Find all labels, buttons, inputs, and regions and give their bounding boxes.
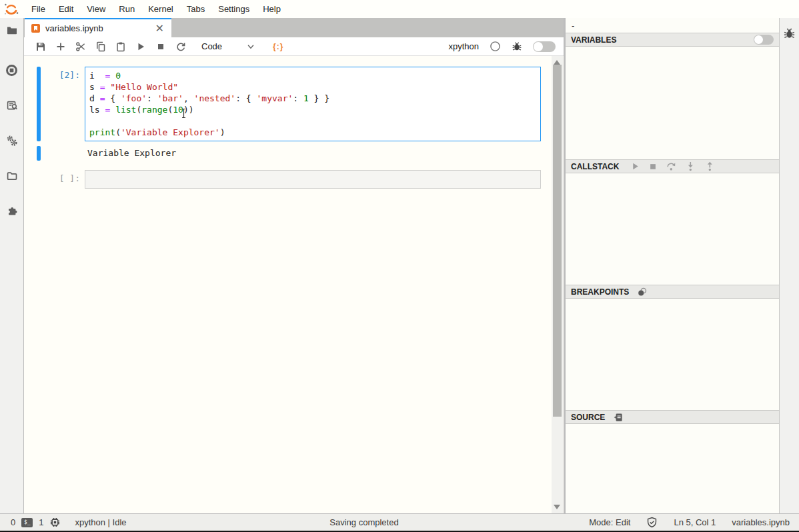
shield-check-icon[interactable] bbox=[646, 517, 658, 528]
callstack-body bbox=[566, 173, 779, 285]
source-section-header[interactable]: SOURCE bbox=[566, 410, 779, 424]
sidebar-item-open-tabs[interactable] bbox=[0, 168, 24, 184]
jupyter-logo-icon bbox=[3, 1, 19, 17]
scissors-icon bbox=[75, 41, 86, 52]
tab-title: variables.ipynb bbox=[45, 23, 103, 33]
step-out-button[interactable] bbox=[705, 161, 715, 171]
cell-editor[interactable]: i = 0s = "Hello World"d = { 'foo': 'bar'… bbox=[85, 67, 541, 141]
restart-kernel-button[interactable] bbox=[171, 39, 191, 55]
menu-help[interactable]: Help bbox=[256, 0, 287, 18]
chevron-down-icon[interactable] bbox=[246, 42, 255, 51]
sidebar-item-extension-manager[interactable] bbox=[0, 203, 24, 219]
run-icon bbox=[135, 41, 146, 52]
save-button[interactable] bbox=[31, 39, 51, 55]
terminal-icon[interactable]: $_ bbox=[21, 518, 33, 527]
toggle-knob bbox=[754, 35, 763, 44]
debugger-toggle[interactable] bbox=[533, 41, 556, 52]
code-cell: [2]: i = 0s = "Hello World"d = { 'foo': … bbox=[24, 67, 564, 141]
gears-icon bbox=[6, 135, 18, 147]
sidebar-item-debugger[interactable] bbox=[783, 27, 796, 40]
step-over-button[interactable] bbox=[666, 161, 676, 171]
mode-indicator[interactable]: Mode: Edit bbox=[589, 517, 630, 527]
interrupt-kernel-button[interactable] bbox=[151, 39, 171, 55]
bug-icon bbox=[783, 27, 796, 40]
plus-icon bbox=[55, 41, 66, 52]
menu-edit[interactable]: Edit bbox=[52, 0, 80, 18]
statusbar-right: Mode: Edit Ln 5, Col 1 variables.ipynb bbox=[589, 514, 790, 531]
tab-variables-ipynb[interactable]: variables.ipynb ✕ bbox=[25, 18, 171, 37]
paste-cell-button[interactable] bbox=[111, 39, 131, 55]
scroll-up-arrow-icon[interactable] bbox=[554, 60, 560, 65]
step-out-icon bbox=[705, 161, 715, 171]
cell-editor-empty[interactable] bbox=[85, 170, 541, 189]
run-cell-button[interactable] bbox=[131, 39, 151, 55]
terminate-icon bbox=[649, 163, 657, 171]
scroll-down-arrow-icon[interactable] bbox=[554, 505, 560, 509]
terminals-count[interactable]: 0 bbox=[11, 517, 15, 527]
save-icon bbox=[35, 41, 46, 52]
menu-tabs[interactable]: Tabs bbox=[180, 0, 211, 18]
menu-file[interactable]: File bbox=[25, 0, 52, 18]
folder-icon bbox=[6, 24, 18, 36]
close-all-breakpoints-icon bbox=[637, 287, 648, 297]
menubar: File Edit View Run Kernel Tabs Settings … bbox=[0, 0, 799, 18]
menu-settings[interactable]: Settings bbox=[211, 0, 256, 18]
step-in-button[interactable] bbox=[686, 161, 696, 171]
step-in-icon bbox=[686, 161, 696, 171]
notebook-toolbar: Code {:} xpython bbox=[24, 37, 564, 56]
kernel-name[interactable]: xpython bbox=[448, 41, 479, 51]
sidebar-item-file-browser[interactable] bbox=[0, 22, 24, 38]
menu-view[interactable]: View bbox=[80, 0, 112, 18]
paste-icon bbox=[115, 41, 126, 52]
kernel-status-text[interactable]: xpython | Idle bbox=[75, 517, 126, 527]
cursor-position[interactable]: Ln 5, Col 1 bbox=[674, 517, 716, 527]
variables-view-toggle[interactable] bbox=[754, 35, 774, 45]
sidebar-item-notebook-tools[interactable] bbox=[0, 133, 24, 149]
close-icon[interactable]: ✕ bbox=[153, 23, 166, 34]
scrollbar-thumb[interactable] bbox=[553, 65, 562, 417]
statusbar-left: 0 $_ 1 xpython | Idle bbox=[11, 514, 127, 531]
notebook-icon bbox=[31, 23, 41, 33]
variables-section-header[interactable]: VARIABLES bbox=[566, 33, 779, 47]
menu-kernel[interactable]: Kernel bbox=[141, 0, 180, 18]
cut-cell-button[interactable] bbox=[71, 39, 91, 55]
notebook-scrollbar[interactable] bbox=[552, 56, 563, 513]
stop-circle-icon bbox=[5, 64, 18, 77]
callstack-section-header[interactable]: CALLSTACK bbox=[566, 159, 779, 173]
debugger-panel: - VARIABLES CALLSTACK bbox=[566, 18, 779, 513]
terminate-button[interactable] bbox=[649, 163, 657, 171]
bug-icon[interactable] bbox=[512, 41, 522, 52]
breakpoints-section-header[interactable]: BREAKPOINTS bbox=[566, 285, 779, 299]
kernels-count[interactable]: 1 bbox=[39, 517, 43, 527]
stop-icon bbox=[155, 41, 166, 52]
cell-type-select[interactable]: Code bbox=[201, 41, 222, 51]
status-bar: 0 $_ 1 xpython | Idle Saving completed M… bbox=[0, 513, 799, 531]
statusbar-message: Saving completed bbox=[329, 514, 398, 531]
continue-button[interactable] bbox=[631, 162, 640, 171]
open-source-button[interactable] bbox=[613, 412, 624, 423]
right-sidebar bbox=[779, 18, 799, 513]
sidebar-item-property-inspector[interactable] bbox=[0, 97, 24, 113]
kernel-status-circle-icon[interactable] bbox=[490, 41, 501, 52]
sidebar-item-running-kernels[interactable] bbox=[0, 62, 24, 78]
variables-label: VARIABLES bbox=[571, 35, 616, 45]
copy-icon bbox=[95, 41, 106, 52]
close-all-breakpoints-button[interactable] bbox=[637, 287, 648, 297]
menu-run[interactable]: Run bbox=[112, 0, 141, 18]
copy-cell-button[interactable] bbox=[91, 39, 111, 55]
tab-bar: variables.ipynb ✕ bbox=[24, 18, 564, 37]
kernel-chip-icon[interactable] bbox=[49, 517, 61, 528]
mouse-ibeam-cursor bbox=[181, 108, 187, 119]
toggle-knob bbox=[534, 42, 543, 51]
restart-icon bbox=[175, 41, 186, 52]
code-format-icon[interactable]: {:} bbox=[273, 42, 283, 51]
left-sidebar bbox=[0, 18, 24, 513]
folder-outline-icon bbox=[6, 170, 18, 182]
step-over-icon bbox=[666, 161, 676, 171]
source-body bbox=[566, 424, 779, 513]
execution-prompt: [2]: bbox=[41, 67, 85, 141]
saving-status: Saving completed bbox=[329, 517, 398, 527]
source-label: SOURCE bbox=[571, 413, 605, 422]
continue-icon bbox=[631, 162, 640, 171]
insert-cell-button[interactable] bbox=[51, 39, 71, 55]
